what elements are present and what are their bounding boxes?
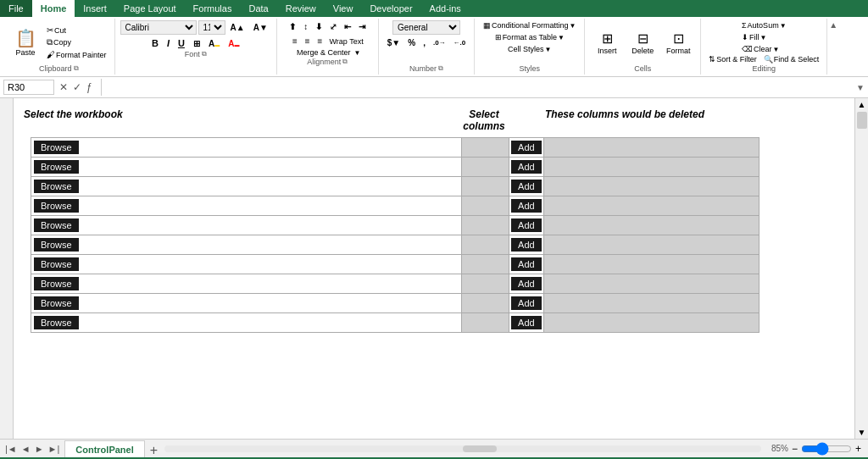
sheet-scroll-area[interactable]: Select the workbook Select columns These… <box>14 98 854 439</box>
comma-button[interactable]: , <box>420 36 429 49</box>
tab-review[interactable]: Review <box>277 0 325 17</box>
add-sheet-button[interactable]: + <box>147 444 161 457</box>
insert-function-button[interactable]: ƒ <box>85 81 94 93</box>
sheet-tab-controlpanel[interactable]: ControlPanel <box>64 440 144 457</box>
merge-dropdown-icon[interactable]: ▼ <box>354 49 361 57</box>
name-box[interactable] <box>3 80 54 95</box>
paste-button[interactable]: 📋 Paste <box>8 26 42 58</box>
tab-scroll-next-button[interactable]: ► <box>33 444 46 454</box>
confirm-formula-button[interactable]: ✓ <box>71 81 83 93</box>
clear-dropdown-icon[interactable]: ▼ <box>773 46 780 53</box>
browse-button[interactable]: Browse <box>34 180 79 193</box>
tab-scroll-last-button[interactable]: ►| <box>47 444 62 454</box>
format-as-table-button[interactable]: ⊞ Format as Table ▼ <box>492 32 567 42</box>
align-center-button[interactable]: ≡ <box>302 35 314 47</box>
h-scroll-thumb[interactable] <box>463 445 497 452</box>
autosum-dropdown-icon[interactable]: ▼ <box>780 22 787 30</box>
browse-button[interactable]: Browse <box>34 199 79 213</box>
browse-button[interactable]: Browse <box>34 257 79 271</box>
ribbon-collapse-button[interactable]: ▲ <box>827 19 839 75</box>
fill-button[interactable]: ⬇ Fill ▼ <box>739 32 789 42</box>
cut-button[interactable]: ✂ Cut <box>44 25 109 36</box>
tab-scroll-first-button[interactable]: |◄ <box>3 444 19 454</box>
zoom-slider[interactable] <box>801 442 852 456</box>
copy-button[interactable]: ⧉ Copy <box>44 36 109 48</box>
scroll-down-button[interactable]: ▼ <box>855 426 868 439</box>
align-bottom-button[interactable]: ⬇ <box>312 20 326 33</box>
fill-dropdown-icon[interactable]: ▼ <box>760 34 767 41</box>
browse-button[interactable]: Browse <box>34 277 79 290</box>
browse-button[interactable]: Browse <box>34 141 79 154</box>
align-right-button[interactable]: ≡ <box>314 35 326 47</box>
add-button[interactable]: Add <box>511 296 542 310</box>
italic-button[interactable]: I <box>164 36 173 50</box>
add-button[interactable]: Add <box>511 141 542 154</box>
insert-button[interactable]: ⊞ Insert <box>590 29 624 57</box>
percent-button[interactable]: % <box>404 36 419 49</box>
tab-data[interactable]: Data <box>240 0 276 17</box>
underline-button[interactable]: U <box>175 36 188 50</box>
add-button[interactable]: Add <box>511 238 542 252</box>
tab-formulas[interactable]: Formulas <box>185 0 241 17</box>
font-size-select[interactable]: 11 <box>198 20 225 35</box>
align-middle-button[interactable]: ↕ <box>300 20 311 33</box>
number-expand-icon[interactable]: ⧉ <box>438 64 443 73</box>
cond-dropdown-icon[interactable]: ▼ <box>570 22 576 30</box>
cancel-formula-button[interactable]: ✕ <box>58 81 70 93</box>
add-button[interactable]: Add <box>511 160 542 174</box>
scroll-thumb[interactable] <box>857 112 867 129</box>
styles-dropdown-icon[interactable]: ▼ <box>545 46 552 53</box>
indent-decrease-button[interactable]: ⇤ <box>341 20 354 33</box>
h-scroll-area[interactable] <box>161 445 765 452</box>
formula-input[interactable] <box>108 80 853 95</box>
conditional-formatting-button[interactable]: ▦ Conditional Formatting ▼ <box>481 20 578 30</box>
browse-button[interactable]: Browse <box>34 160 79 174</box>
border-button[interactable]: ⊞ <box>190 37 203 50</box>
clear-button[interactable]: ⌫ Clear ▼ <box>739 44 789 54</box>
add-button[interactable]: Add <box>511 277 542 290</box>
increase-decimal-button[interactable]: .0→ <box>430 37 449 48</box>
tab-insert[interactable]: Insert <box>75 0 115 17</box>
tab-home[interactable]: Home <box>32 0 75 17</box>
tab-scroll-prev-button[interactable]: ◄ <box>19 444 32 454</box>
align-top-button[interactable]: ⬆ <box>286 20 299 33</box>
browse-button[interactable]: Browse <box>34 316 79 329</box>
tab-page-layout[interactable]: Page Layout <box>115 0 185 17</box>
tab-developer[interactable]: Developer <box>361 0 420 17</box>
cell-styles-button[interactable]: Cell Styles ▼ <box>505 44 554 54</box>
merge-center-button[interactable]: Merge & Center <box>294 47 353 58</box>
tab-file[interactable]: File <box>0 0 32 17</box>
align-left-button[interactable]: ≡ <box>289 35 301 47</box>
zoom-in-button[interactable]: + <box>855 443 861 455</box>
format-painter-button[interactable]: 🖌 Format Painter <box>44 49 109 60</box>
add-button[interactable]: Add <box>511 180 542 193</box>
zoom-out-button[interactable]: − <box>792 443 798 455</box>
decrease-font-button[interactable]: A▼ <box>250 21 271 34</box>
add-button[interactable]: Add <box>511 218 542 232</box>
tab-view[interactable]: View <box>325 0 362 17</box>
browse-button[interactable]: Browse <box>34 238 79 252</box>
decrease-decimal-button[interactable]: ←.0 <box>450 37 470 48</box>
format-button[interactable]: ⊡ Format <box>661 29 695 57</box>
number-format-select[interactable]: General <box>392 20 460 35</box>
currency-button[interactable]: $▼ <box>384 36 403 49</box>
fill-color-button[interactable]: A▬ <box>205 37 223 50</box>
text-direction-button[interactable]: ⤢ <box>326 20 340 33</box>
sort-filter-button[interactable]: ⇅ Sort & Filter <box>706 54 760 64</box>
wrap-text-button[interactable]: Wrap Text <box>326 36 365 47</box>
increase-font-button[interactable]: A▲ <box>227 21 248 34</box>
indent-increase-button[interactable]: ⇥ <box>355 20 369 33</box>
find-select-button[interactable]: 🔍 Find & Select <box>761 54 822 64</box>
add-button[interactable]: Add <box>511 257 542 271</box>
tab-addins[interactable]: Add-ins <box>421 0 470 17</box>
font-name-select[interactable]: Calibri <box>120 20 197 35</box>
vertical-scrollbar[interactable]: ▲ ▼ <box>854 98 868 439</box>
autosum-button[interactable]: Σ AutoSum ▼ <box>739 20 789 30</box>
alignment-expand-icon[interactable]: ⧉ <box>342 58 348 66</box>
add-button[interactable]: Add <box>511 316 542 329</box>
delete-button[interactable]: ⊟ Delete <box>626 29 659 57</box>
font-color-button[interactable]: A▬ <box>225 37 242 50</box>
browse-button[interactable]: Browse <box>34 218 79 232</box>
browse-button[interactable]: Browse <box>34 296 79 310</box>
scroll-up-button[interactable]: ▲ <box>855 98 868 111</box>
